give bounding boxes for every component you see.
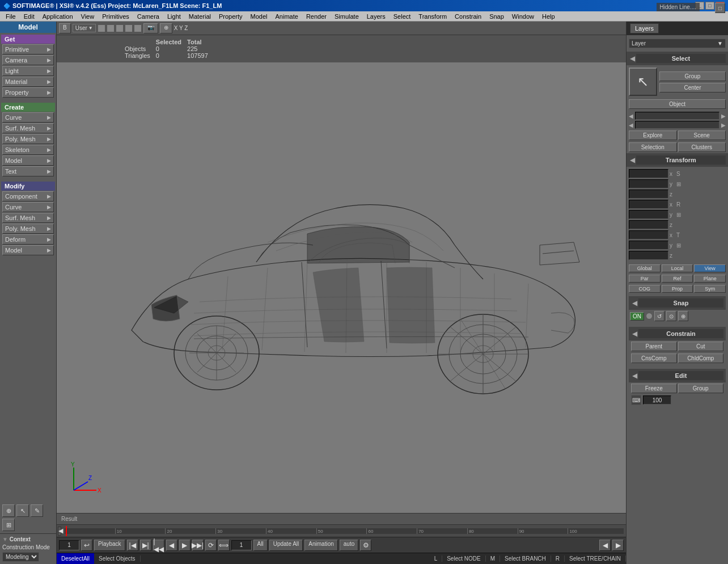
vp-maximize-button[interactable]: □ xyxy=(715,3,725,13)
snap-lock-icon[interactable]: ⊙ xyxy=(666,311,676,321)
select-pointer-icon[interactable]: ↖ xyxy=(629,68,657,96)
sidebar-btn-deform[interactable]: Deform ▶ xyxy=(2,234,54,245)
slider-right-arrow-icon[interactable]: ▶ xyxy=(721,113,726,119)
transform-collapse-btn[interactable]: ◀ xyxy=(629,156,636,164)
group-button-2[interactable]: Group xyxy=(678,384,724,393)
sidebar-btn-skeleton[interactable]: Skeleton ▶ xyxy=(2,145,54,155)
freeze-button[interactable]: Freeze xyxy=(631,384,677,393)
ref-mode-btn[interactable]: Ref xyxy=(662,275,693,283)
global-mode-btn[interactable]: Global xyxy=(629,264,661,272)
object-button[interactable]: Object xyxy=(629,99,726,109)
menu-application[interactable]: Application xyxy=(39,12,77,20)
sidebar-btn-curve-modify[interactable]: Curve ▶ xyxy=(2,202,54,212)
snap-on-button[interactable]: ON xyxy=(630,312,644,321)
bounce-button[interactable]: ⟺ xyxy=(218,540,230,551)
color-dot-1[interactable] xyxy=(98,24,105,32)
loop-button[interactable]: ⟳ xyxy=(205,540,217,551)
sidebar-btn-material[interactable]: Material ▶ xyxy=(2,77,54,87)
tab-layers[interactable]: Layers xyxy=(630,23,659,33)
play-button[interactable]: ▶ xyxy=(179,540,191,551)
vp-b-button[interactable]: B xyxy=(59,23,71,33)
color-dot-4[interactable] xyxy=(125,24,133,32)
go-next-key-button[interactable]: ▶▶| xyxy=(192,540,204,551)
plane-mode-btn[interactable]: Plane xyxy=(694,275,726,283)
color-dot-5[interactable] xyxy=(134,24,142,32)
go-end-button[interactable]: ▶| xyxy=(140,540,151,551)
menu-render[interactable]: Render xyxy=(303,12,330,20)
cut-button[interactable]: Cut xyxy=(678,342,724,351)
view-mode-btn[interactable]: View xyxy=(694,264,726,272)
step-back-button[interactable]: ◀ xyxy=(166,540,177,551)
trans-x-input[interactable] xyxy=(629,230,668,239)
cnscomp-button[interactable]: CnsComp xyxy=(631,353,677,363)
right-panel-collapse-btn[interactable]: ◀ xyxy=(629,54,636,62)
menu-select[interactable]: Select xyxy=(390,12,414,20)
menu-simulate[interactable]: Simulate xyxy=(331,12,362,20)
sidebar-btn-poly-mesh-modify[interactable]: Poly. Mesh ▶ xyxy=(2,224,54,234)
sidebar-btn-component[interactable]: Component ▶ xyxy=(2,191,54,201)
vp-camera-icon[interactable]: 📷 xyxy=(143,23,158,33)
all-button[interactable]: All xyxy=(253,540,268,551)
selection-button[interactable]: Selection xyxy=(629,142,677,152)
menu-constrain[interactable]: Constrain xyxy=(451,12,485,20)
par-mode-btn[interactable]: Par xyxy=(629,275,661,283)
slider-left-arrow-icon[interactable]: ◀ xyxy=(629,113,633,119)
snap-magnet-icon[interactable]: ⊕ xyxy=(678,311,688,321)
anim-settings-icon[interactable]: ⚙ xyxy=(360,540,371,551)
rot-x-input[interactable] xyxy=(629,200,668,209)
menu-layers[interactable]: Layers xyxy=(363,12,389,20)
slider-2[interactable] xyxy=(635,121,719,129)
edit-collapse-btn[interactable]: ◀ xyxy=(631,372,638,380)
menu-model[interactable]: Model xyxy=(247,12,271,20)
tool-select-icon[interactable]: ↖ xyxy=(16,504,29,517)
sidebar-btn-property[interactable]: Property ▶ xyxy=(2,87,54,98)
sidebar-btn-primitive[interactable]: Primitive ▶ xyxy=(2,44,54,54)
timeline-bar[interactable]: 10 20 30 40 50 60 70 80 90 100 xyxy=(65,528,624,534)
snap-circle-1[interactable] xyxy=(646,313,653,319)
viewport-canvas[interactable]: X Y Z xyxy=(57,62,626,513)
explore-button[interactable]: Explore xyxy=(629,131,677,140)
trans-y-input[interactable] xyxy=(629,241,668,250)
playback-button[interactable]: Playback xyxy=(94,540,125,551)
prop-mode-btn[interactable]: Prop xyxy=(662,285,693,293)
menu-view[interactable]: View xyxy=(78,12,98,20)
menu-animate[interactable]: Animate xyxy=(272,12,302,20)
edit-value-input[interactable] xyxy=(643,395,671,405)
sidebar-btn-surf-mesh[interactable]: Surf. Mesh ▶ xyxy=(2,123,54,133)
layer-dropdown[interactable]: Layer ▼ xyxy=(629,39,726,48)
snap-refresh-icon[interactable]: ↺ xyxy=(654,311,664,321)
sidebar-btn-model[interactable]: Model ▶ xyxy=(2,155,54,166)
trans-z-input[interactable] xyxy=(629,251,668,260)
construction-mode-select[interactable]: Modeling xyxy=(2,552,39,562)
slider-1[interactable] xyxy=(635,112,719,120)
frame-input[interactable] xyxy=(59,540,79,550)
color-dot-3[interactable] xyxy=(116,24,124,32)
update-all-button[interactable]: Update All xyxy=(269,540,303,551)
auto-button[interactable]: auto xyxy=(340,540,358,551)
scroll-left-icon[interactable]: ◀ xyxy=(599,540,611,551)
sidebar-btn-text[interactable]: Text ▶ xyxy=(2,166,54,176)
menu-camera[interactable]: Camera xyxy=(134,12,163,20)
slider2-right-arrow-icon[interactable]: ▶ xyxy=(721,122,726,128)
rot-z-input[interactable] xyxy=(629,220,668,229)
center-button[interactable]: Center xyxy=(659,83,726,92)
rot-y-input[interactable] xyxy=(629,210,668,219)
sidebar-btn-surf-mesh-modify[interactable]: Surf. Mesh ▶ xyxy=(2,213,54,223)
scene-button[interactable]: Scene xyxy=(678,131,726,140)
menu-edit[interactable]: Edit xyxy=(20,12,38,20)
tool-move-icon[interactable]: ⊕ xyxy=(2,504,15,517)
sym-mode-btn[interactable]: Sym xyxy=(694,285,726,293)
group-button[interactable]: Group xyxy=(659,71,726,81)
sidebar-btn-camera[interactable]: Camera ▶ xyxy=(2,55,54,65)
menu-file[interactable]: File xyxy=(2,12,19,20)
menu-material[interactable]: Material xyxy=(185,12,214,20)
deselect-all-button[interactable]: DeselectAll xyxy=(57,553,94,564)
chldcomp-button[interactable]: ChldComp xyxy=(678,353,724,363)
vp-hidden-line-button[interactable]: Hidden Line.... xyxy=(657,3,700,11)
loop-icon[interactable]: ↩ xyxy=(81,540,92,551)
tool-extra-icon[interactable]: ⊞ xyxy=(2,519,15,531)
vp-grid-icon[interactable]: ⊕ xyxy=(160,23,172,33)
vp-camera-dropdown[interactable]: User ▼ xyxy=(73,24,96,32)
slider2-left-arrow-icon[interactable]: ◀ xyxy=(629,122,633,128)
menu-transform[interactable]: Transform xyxy=(415,12,450,20)
